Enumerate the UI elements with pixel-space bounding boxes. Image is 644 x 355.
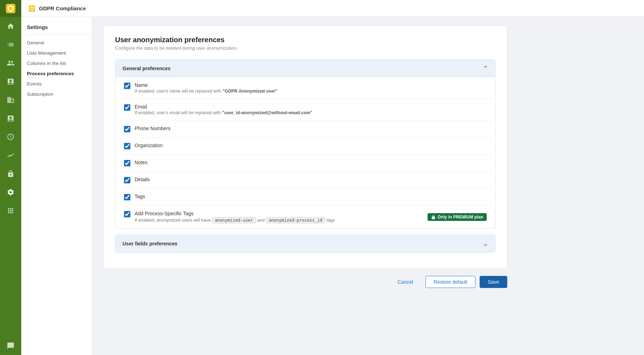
sidebar-item-home[interactable] — [0, 17, 21, 35]
sidebar-item-companies[interactable] — [0, 91, 21, 109]
nav-item-subscription[interactable]: Subscription — [21, 89, 92, 99]
pref-description-process-tags: If enabled, anonymized users will have a… — [135, 217, 422, 223]
section-header-title-general: General preferences — [123, 66, 170, 71]
chevron-down-icon: ⌄ — [483, 240, 488, 248]
topbar-logo-icon — [28, 5, 35, 12]
pref-label-email: Email — [135, 104, 487, 110]
page-subtitle: Configure the data to be deleted during … — [115, 45, 496, 51]
sidebar-item-chat[interactable] — [0, 337, 21, 355]
restore-default-button[interactable]: Restore default — [425, 276, 475, 288]
premium-badge-label: Only in PREMIUM plan — [437, 215, 483, 220]
main-container: GDPR Compliance Settings General Lists M… — [21, 0, 644, 355]
section-header-general[interactable]: General preferences ⌃ — [115, 60, 495, 77]
premium-badge: Only in PREMIUM plan — [428, 213, 487, 221]
pref-description-name: If enabled, user's name will be replaced… — [135, 89, 487, 94]
chevron-up-icon: ⌃ — [483, 65, 488, 72]
sidebar-item-contacts[interactable] — [0, 54, 21, 72]
pref-label-details: Details — [135, 177, 487, 182]
pref-label-process-tags: Add Process-Specific Tags — [135, 211, 422, 216]
pref-checkbox-phone[interactable] — [124, 126, 130, 132]
pref-row-details: Details — [115, 172, 495, 189]
app-title: GDPR Compliance — [39, 5, 86, 11]
pref-checkbox-details[interactable] — [124, 177, 130, 183]
pref-row-organization: Organization — [115, 138, 495, 155]
section-header-user-fields[interactable]: User fields preferences ⌄ — [115, 235, 495, 253]
topbar: GDPR Compliance — [21, 0, 644, 17]
pref-content-email: Email If enabled, user's email will be r… — [135, 104, 487, 115]
pref-row-name: Name If enabled, user's name will be rep… — [115, 77, 495, 99]
lock-icon — [431, 215, 436, 220]
pref-content-organization: Organization — [135, 143, 487, 148]
nav-item-general[interactable]: General — [21, 38, 92, 48]
save-button[interactable]: Save — [480, 276, 507, 288]
app-logo — [0, 0, 21, 17]
pref-checkbox-name[interactable] — [124, 83, 130, 89]
pref-checkbox-email[interactable] — [124, 104, 130, 111]
pref-content-details: Details — [135, 177, 487, 182]
sidebar-item-reports[interactable] — [0, 109, 21, 128]
sidebar-item-tasks[interactable] — [0, 72, 21, 91]
pref-checkbox-tags[interactable] — [124, 194, 130, 200]
page-card: User anonymization preferences Configure… — [103, 26, 507, 269]
tag-anonymized-process-id: anonymized-process_id — [266, 217, 325, 223]
sidebar-icons — [0, 0, 21, 355]
pref-label-phone: Phone Numbers — [135, 126, 487, 131]
pref-checkbox-process-tags[interactable] — [124, 211, 130, 217]
left-nav: Settings General Lists Management Column… — [21, 17, 92, 355]
section-general-preferences: General preferences ⌃ Name If enabled, u… — [115, 59, 496, 229]
left-nav-title: Settings — [21, 24, 92, 35]
pref-content-name: Name If enabled, user's name will be rep… — [135, 82, 487, 94]
section-body-general: Name If enabled, user's name will be rep… — [115, 77, 495, 228]
page-title: User anonymization preferences — [115, 36, 496, 44]
sidebar-item-lists[interactable] — [0, 35, 21, 54]
sidebar-item-settings[interactable] — [0, 183, 21, 201]
sidebar-item-users[interactable] — [0, 165, 21, 183]
pref-content-process-tags: Add Process-Specific Tags If enabled, an… — [135, 211, 422, 223]
sidebar-item-apps[interactable] — [0, 201, 21, 220]
pref-description-email: If enabled, user's email will be replace… — [135, 110, 487, 115]
pref-row-process-specific-tags: Add Process-Specific Tags If enabled, an… — [115, 206, 495, 228]
pref-label-notes: Notes — [135, 160, 487, 165]
pref-row-phone: Phone Numbers — [115, 121, 495, 138]
pref-content-phone: Phone Numbers — [135, 126, 487, 131]
pref-label-name: Name — [135, 82, 487, 88]
sidebar-item-analytics[interactable] — [0, 146, 21, 165]
pref-checkbox-organization[interactable] — [124, 143, 130, 149]
pref-checkbox-notes[interactable] — [124, 160, 130, 166]
pref-row-notes: Notes — [115, 155, 495, 172]
pref-row-email: Email If enabled, user's email will be r… — [115, 99, 495, 121]
nav-item-events[interactable]: Events — [21, 79, 92, 89]
footer-buttons: Cancel Restore default Save — [103, 269, 507, 289]
nav-item-lists-management[interactable]: Lists Management — [21, 48, 92, 58]
page-content: User anonymization preferences Configure… — [92, 17, 644, 355]
tag-anonymized-user: anonymized-user — [212, 217, 256, 223]
nav-item-process-preferences[interactable]: Process preferences — [21, 68, 92, 79]
pref-row-tags: Tags — [115, 189, 495, 206]
content-area: Settings General Lists Management Column… — [21, 17, 644, 355]
section-header-title-user-fields: User fields preferences — [123, 241, 177, 246]
cancel-button[interactable]: Cancel — [390, 276, 422, 288]
pref-label-organization: Organization — [135, 143, 487, 148]
section-user-fields: User fields preferences ⌄ — [115, 234, 496, 253]
nav-item-columns[interactable]: Columns in the list — [21, 58, 92, 68]
sidebar-item-timeline[interactable] — [0, 128, 21, 146]
pref-content-tags: Tags — [135, 194, 487, 199]
pref-content-notes: Notes — [135, 160, 487, 165]
pref-label-tags: Tags — [135, 194, 487, 199]
